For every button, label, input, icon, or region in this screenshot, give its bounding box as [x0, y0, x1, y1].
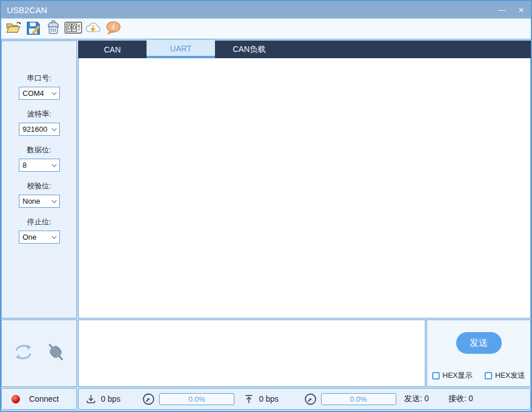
save-icon [26, 21, 40, 38]
tab-uart[interactable]: UART [147, 41, 215, 58]
frame-counter-icon: 0 0 8 7 [64, 21, 82, 37]
hex-send-option[interactable]: HEX发送 [485, 370, 525, 381]
info-button[interactable]: i [104, 21, 121, 38]
parity-select[interactable]: None [19, 195, 60, 208]
data-bits-label: 数据位: [2, 145, 76, 155]
field-baud-rate: 波特率: 921600 [2, 109, 76, 136]
tab-strip: CAN UART CAN负载 [78, 41, 531, 58]
clear-button[interactable] [44, 21, 62, 38]
firmware-download-button[interactable] [84, 21, 101, 38]
received-label: 接收: [448, 394, 466, 403]
chevron-down-icon [51, 164, 57, 167]
send-input-wrap [78, 320, 425, 387]
tab-can[interactable]: CAN [78, 41, 147, 58]
svg-text:i: i [112, 23, 115, 31]
baud-rate-value: 921600 [23, 125, 47, 134]
cloud-download-icon [84, 21, 101, 37]
plug-icon [44, 341, 67, 366]
uart-receive-area [78, 58, 531, 318]
svg-text:7: 7 [78, 28, 80, 32]
send-panel: 发送 HEX显示 HEX发送 [427, 320, 531, 387]
open-folder-icon [6, 21, 21, 37]
parity-label: 校验位: [2, 181, 76, 191]
received-value: 0 [469, 394, 473, 403]
field-parity: 校验位: None [2, 181, 76, 208]
window-title: USB2CAN [7, 5, 47, 15]
hex-display-label: HEX显示 [442, 370, 473, 381]
connection-status-dot [11, 395, 20, 403]
chevron-down-icon [51, 200, 57, 203]
hex-display-checkbox[interactable] [432, 372, 440, 379]
tab-can-load[interactable]: CAN负载 [215, 41, 283, 58]
sent-label: 发送: [404, 394, 423, 403]
open-file-button[interactable] [5, 21, 22, 38]
toolbar: 0 0 8 7 i [1, 18, 531, 39]
chevron-down-icon [51, 128, 57, 131]
window-controls: — ✕ [492, 1, 531, 18]
app-window: USB2CAN — ✕ [0, 0, 532, 412]
svg-text:8: 8 [78, 24, 80, 28]
hex-display-option[interactable]: HEX显示 [432, 370, 473, 381]
clear-bin-icon [46, 20, 61, 38]
svg-text:0: 0 [67, 24, 71, 31]
data-bits-value: 8 [23, 161, 27, 169]
baud-rate-label: 波特率: [2, 109, 76, 119]
rx-load-value: 0.0% [188, 395, 205, 403]
rx-load-gauge-icon [142, 393, 155, 406]
svg-text:0: 0 [72, 24, 76, 31]
rx-rate-value: 0 bps [101, 394, 120, 403]
send-button[interactable]: 发送 [456, 332, 502, 354]
status-bar: Connect 0 bps 0.0% [1, 388, 531, 410]
rx-load-bar: 0.0% [159, 393, 234, 405]
received-counter: 接收: 0 [448, 394, 473, 404]
refresh-icon [11, 341, 35, 365]
send-input[interactable] [79, 320, 425, 386]
tx-load-value: 0.0% [350, 395, 367, 403]
bottom-row: 发送 HEX显示 HEX发送 [1, 320, 531, 387]
port-actions-panel [1, 320, 77, 387]
field-stop-bits: 停止位: One [2, 217, 76, 244]
stop-bits-label: 停止位: [2, 217, 76, 227]
baud-rate-select[interactable]: 921600 [19, 123, 60, 136]
connect-label: Connect [29, 394, 59, 403]
download-rate-icon [86, 394, 96, 405]
statistics-bar: 0 bps 0.0% 0 bps [78, 388, 531, 410]
info-bubble-icon: i [105, 21, 121, 38]
sent-counter: 发送: 0 [404, 394, 429, 404]
serial-port-label: 串口号: [2, 73, 76, 83]
serial-settings-panel: 串口号: COM4 波特率: 921600 数据位: [1, 41, 77, 318]
hex-send-checkbox[interactable] [485, 372, 492, 379]
connect-status-button[interactable]: Connect [1, 388, 77, 410]
close-button[interactable]: ✕ [511, 1, 531, 18]
field-serial-port: 串口号: COM4 [2, 73, 76, 100]
upload-rate-icon [243, 394, 254, 405]
serial-port-value: COM4 [23, 89, 44, 98]
parity-value: None [23, 197, 40, 205]
right-column: CAN UART CAN负载 [78, 41, 531, 318]
chevron-down-icon [51, 92, 57, 95]
save-file-button[interactable] [25, 21, 42, 38]
stop-bits-select[interactable]: One [19, 231, 60, 244]
tx-load-bar: 0.0% [321, 393, 396, 405]
main-row: 串口号: COM4 波特率: 921600 数据位: [1, 41, 531, 318]
tx-load-gauge-icon [304, 393, 317, 406]
hex-options-row: HEX显示 HEX发送 [427, 370, 530, 381]
serial-port-select[interactable]: COM4 [19, 87, 60, 100]
data-bits-select[interactable]: 8 [19, 159, 60, 172]
sent-value: 0 [424, 394, 429, 403]
connect-device-button[interactable] [44, 341, 67, 366]
stop-bits-value: One [23, 233, 37, 241]
title-bar: USB2CAN — ✕ [1, 1, 531, 18]
minimize-button[interactable]: — [492, 1, 511, 18]
field-data-bits: 数据位: 8 [2, 145, 76, 172]
tx-rate-value: 0 bps [259, 394, 278, 403]
chevron-down-icon [51, 236, 57, 239]
refresh-ports-button[interactable] [11, 341, 35, 365]
hex-send-label: HEX发送 [495, 370, 525, 381]
frame-counter-button[interactable]: 0 0 8 7 [64, 21, 82, 38]
